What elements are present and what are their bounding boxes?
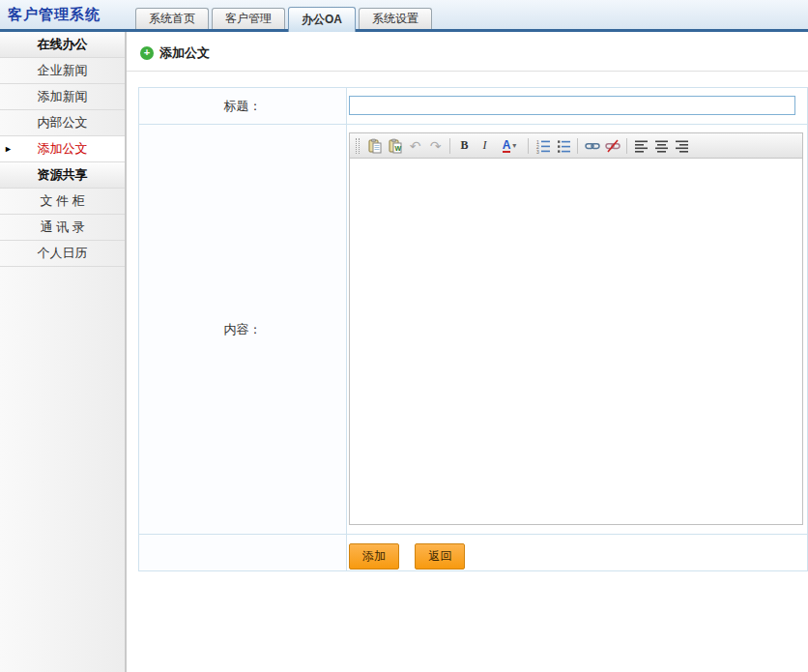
sidebar-item-address-book[interactable]: 通 讯 录 <box>0 215 125 241</box>
align-left-icon[interactable] <box>631 136 651 156</box>
form-row-content: 内容： <box>139 125 807 535</box>
toolbar-separator <box>449 138 450 154</box>
align-center-icon[interactable] <box>651 136 672 156</box>
sidebar-item-label: 添加公文 <box>38 140 88 158</box>
sidebar-item-internal-documents[interactable]: 内部公文 <box>0 110 125 136</box>
form-row-buttons: 添加 返回 <box>139 535 807 570</box>
sidebar-item-enterprise-news[interactable]: 企业新闻 <box>0 58 125 84</box>
link-icon[interactable] <box>582 136 602 156</box>
align-right-icon[interactable] <box>672 136 692 156</box>
content-field-cell: W ↶ ↷ B I A ▾ <box>347 125 807 534</box>
title-field-cell <box>347 88 807 124</box>
sidebar-item-personal-calendar[interactable]: 个人日历 <box>0 241 125 267</box>
sidebar-item-label: 内部公文 <box>38 114 88 131</box>
bold-icon[interactable]: B <box>454 136 475 156</box>
undo-icon[interactable]: ↶ <box>405 136 425 156</box>
redo-icon[interactable]: ↷ <box>425 136 446 156</box>
svg-text:W: W <box>394 145 401 152</box>
main-content: + 添加公文 标题： 内容： <box>127 32 808 672</box>
title-input[interactable] <box>349 96 795 115</box>
buttons-label-spacer <box>139 535 347 570</box>
sidebar-item-add-document[interactable]: ► 添加公文 <box>0 136 125 162</box>
add-button[interactable]: 添加 <box>349 543 399 570</box>
editor-toolbar: W ↶ ↷ B I A ▾ <box>350 133 802 159</box>
toolbar-separator <box>626 138 627 154</box>
rich-text-editor: W ↶ ↷ B I A ▾ <box>349 132 803 525</box>
font-color-glyph: A <box>503 139 511 153</box>
paste-word-icon[interactable]: W <box>385 136 405 156</box>
sidebar-item-add-news[interactable]: 添加新闻 <box>0 84 125 110</box>
active-arrow-icon: ► <box>4 144 13 154</box>
sidebar-item-label: 通 讯 录 <box>40 219 84 236</box>
toolbar-drag-handle[interactable] <box>356 138 360 154</box>
app-title: 客户管理系统 <box>8 6 101 24</box>
page-head: + 添加公文 <box>140 44 808 62</box>
title-label: 标题： <box>139 88 347 124</box>
tab-system-settings[interactable]: 系统设置 <box>359 8 432 29</box>
sidebar-item-label: 个人日历 <box>38 245 88 262</box>
tab-office-oa[interactable]: 办公OA <box>288 7 356 32</box>
svg-text:3: 3 <box>536 148 539 154</box>
unlink-icon[interactable] <box>602 136 622 156</box>
ordered-list-icon[interactable]: 1 2 3 <box>533 136 553 156</box>
buttons-field-cell: 添加 返回 <box>347 535 807 570</box>
content-label: 内容： <box>139 125 347 534</box>
add-document-form: 标题： 内容： <box>138 87 808 571</box>
sidebar-item-label: 文 件 柜 <box>40 192 84 210</box>
italic-icon[interactable]: I <box>475 136 495 156</box>
toolbar-separator <box>577 138 578 154</box>
sidebar-section-online-office: 在线办公 <box>0 32 125 58</box>
header-bar: 客户管理系统 系统首页 客户管理 办公OA 系统设置 <box>0 0 808 32</box>
form-row-title: 标题： <box>139 88 807 125</box>
sidebar: 在线办公 企业新闻 添加新闻 内部公文 ► 添加公文 资源共享 文 件 柜 通 … <box>0 32 127 672</box>
unordered-list-icon[interactable] <box>553 136 573 156</box>
sidebar-item-label: 添加新闻 <box>38 88 88 105</box>
top-tab-bar: 系统首页 客户管理 办公OA 系统设置 <box>135 7 435 29</box>
toolbar-separator <box>528 138 529 154</box>
app-window: 客户管理系统 系统首页 客户管理 办公OA 系统设置 在线办公 企业新闻 添加新… <box>0 0 808 672</box>
sidebar-item-file-cabinet[interactable]: 文 件 柜 <box>0 189 125 215</box>
head-divider <box>127 71 808 72</box>
page-title: 添加公文 <box>159 44 210 62</box>
editor-content-area[interactable] <box>350 159 802 524</box>
back-button[interactable]: 返回 <box>415 543 465 570</box>
add-plus-icon: + <box>140 46 154 60</box>
chevron-down-icon: ▾ <box>512 141 516 150</box>
tab-system-home[interactable]: 系统首页 <box>135 8 209 29</box>
paste-icon[interactable] <box>364 136 385 156</box>
sidebar-item-label: 企业新闻 <box>38 62 88 79</box>
font-color-icon[interactable]: A ▾ <box>495 136 524 156</box>
sidebar-section-resource-sharing: 资源共享 <box>0 162 125 189</box>
tab-customer-management[interactable]: 客户管理 <box>212 8 285 29</box>
